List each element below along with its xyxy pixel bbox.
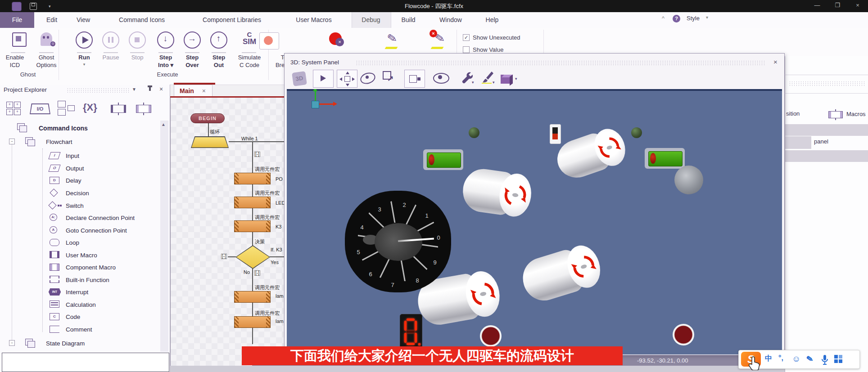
help-icon[interactable]: ? [673,15,680,22]
tree-item-switch[interactable]: Switch [66,202,84,209]
rotary-dial[interactable]: 0 1 2 3 4 5 6 7 8 9 [345,191,451,292]
ribbon-collapse-icon[interactable]: ^ [662,15,665,22]
variables-button[interactable]: {X} [83,102,97,113]
style-button[interactable]: Style [687,15,700,22]
expand-icon[interactable]: − [9,340,15,346]
menu-debug[interactable]: Debug [352,12,390,28]
macros-label[interactable]: Macros [846,111,866,117]
green-sphere[interactable] [631,127,642,138]
stop-button[interactable] [129,31,146,49]
3d-panel-close-icon[interactable]: × [773,58,778,66]
toggle-switch[interactable] [550,124,561,144]
ghost-options-label[interactable]: Ghost [32,54,60,61]
tree-item-delay[interactable]: Delay [66,177,81,184]
tree-item-interrupt[interactable]: Interrupt [66,289,88,296]
clear-all-breakpoints-icon[interactable]: × [329,32,342,45]
tab-close-icon[interactable]: × [202,87,206,94]
flow-component-macro[interactable] [234,291,271,303]
3d-box-button[interactable] [500,71,513,85]
dial-knob[interactable] [375,223,422,261]
led-bar[interactable] [645,148,685,169]
menu-window[interactable]: Window [435,12,466,28]
flow-component-macro[interactable] [234,220,271,232]
expand-icon[interactable]: − [9,139,15,144]
close-button[interactable]: × [851,2,864,9]
step-into-button[interactable]: ↓ [157,31,174,49]
move-mode-button[interactable] [337,70,357,88]
enable-icd-icon[interactable] [12,32,27,47]
flow-loop-node[interactable] [191,136,229,148]
ime-mic-icon[interactable] [821,354,829,365]
collapse-toggle[interactable]: [-] [254,152,260,157]
flow-component-macro[interactable] [234,316,271,328]
component-shape-button[interactable] [135,103,153,115]
enable-icd-label[interactable]: Enable [2,54,28,61]
tree-item-output[interactable]: Output [66,165,84,172]
simulate-c-code-icon[interactable]: C SIM [240,31,259,46]
show-unexecuted-label[interactable]: Show Unexecuted [473,34,520,41]
windows-button[interactable] [58,101,76,117]
ime-handwriting-icon[interactable]: ✎ [805,354,814,364]
menu-component-libraries[interactable]: Component Libraries [191,12,273,28]
pause-label[interactable]: Pause [99,54,122,61]
dock-drag-handle[interactable] [789,81,865,87]
motor[interactable] [552,125,630,183]
tree-item-goto-connection-point[interactable]: Goto Connection Point [66,227,127,234]
brush-icon[interactable] [481,71,493,84]
eye-icon[interactable] [433,73,449,84]
red-button[interactable] [673,324,694,345]
step-out-label[interactable]: Step [208,54,230,61]
tree-item-code[interactable]: Code [66,314,80,320]
motor[interactable] [518,242,605,306]
tab-main[interactable]: Main × [174,85,212,96]
ime-emoji-icon[interactable]: ☺ [792,354,800,364]
restore-button[interactable]: ❐ [831,2,844,9]
dock-row[interactable] [785,150,868,162]
enable-icd-label2[interactable]: ICD [2,62,28,68]
panel-drag-handle[interactable] [67,88,129,93]
collapse-toggle[interactable]: [-] [254,270,260,276]
tree-item-calculation[interactable]: Calculation [66,301,96,308]
collapse-toggle[interactable]: [-] [221,254,227,259]
ime-toolbox-icon[interactable] [834,355,843,364]
tree-item-comment[interactable]: Comment [66,326,92,333]
show-unexecuted-checkbox[interactable]: ✓ [463,34,470,41]
flow-component-macro[interactable] [234,197,271,208]
tree-item-input[interactable]: Input [66,152,79,159]
ghost-options-label2[interactable]: Options [32,62,60,68]
simulate-label2[interactable]: C Code [236,62,263,68]
menu-user-macros[interactable]: User Macros [288,12,339,28]
grid-icons-button[interactable]: + + + + [6,102,22,116]
ime-punct-icon[interactable]: °, [778,354,783,362]
step-over-label2[interactable]: Over [181,62,203,68]
panel-close-icon[interactable]: × [159,85,163,93]
macro-shape-button[interactable] [110,103,128,115]
minimize-button[interactable]: — [810,2,824,9]
gray-sphere[interactable] [674,166,703,194]
seven-segment-display[interactable] [400,314,422,349]
menu-file[interactable]: File [0,12,34,28]
tree-group-state-diagram[interactable]: State Diagram [46,340,85,347]
step-into-label[interactable]: Step [154,54,177,61]
step-out-label2[interactable]: Out [208,62,230,68]
toggle-breakpoint-icon[interactable] [259,32,279,49]
tree-item-declare-connection-point[interactable]: Declare Connection Point [66,215,135,221]
select-mode-button[interactable] [313,70,334,88]
step-into-label2[interactable]: Into ▾ [154,62,177,68]
menu-view[interactable]: View [73,12,93,28]
step-over-button[interactable]: → [184,31,201,49]
menu-help[interactable]: Help [481,12,503,28]
run-label[interactable]: Run [73,54,95,61]
tree-item-user-macro[interactable]: User Macro [66,252,97,259]
simulate-label[interactable]: Simulate [236,54,263,61]
flow-begin-node[interactable]: BEGIN [190,113,225,123]
io-button[interactable]: I/O [30,103,50,114]
dock-row[interactable] [785,124,868,136]
step-over-label[interactable]: Step [181,54,203,61]
menu-command-icons[interactable]: Command Icons [109,12,174,28]
pe-scrollbar[interactable] [160,121,168,352]
panel-menu-caret-icon[interactable]: ▼ [132,87,136,92]
tree-item-component-macro[interactable]: Component Macro [66,264,116,271]
menu-build[interactable]: Build [397,12,420,28]
tree-item-built-in-function[interactable]: Built-in Function [66,277,109,283]
